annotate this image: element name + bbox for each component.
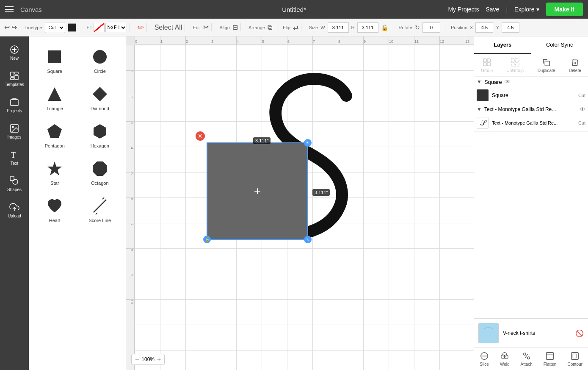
sidebar-item-shapes[interactable]: Shapes <box>2 171 27 197</box>
linetype-label: Linetype <box>25 25 42 30</box>
fill-swatch[interactable] <box>94 23 105 32</box>
shape-hexagon-label: Hexagon <box>91 143 109 148</box>
shape-hexagon[interactable]: Hexagon <box>81 118 119 152</box>
redo-button[interactable]: ↪ <box>11 23 17 31</box>
my-projects-button[interactable]: My Projects <box>448 6 479 13</box>
pen-color-button[interactable]: ✏ <box>138 23 144 32</box>
group-action[interactable]: Group <box>481 58 493 73</box>
doc-title: Untitled* <box>282 6 306 13</box>
undo-button[interactable]: ↩ <box>4 23 10 31</box>
svg-point-41 <box>527 357 530 359</box>
preview-visibility-toggle[interactable]: 🚫 <box>575 329 584 337</box>
y-input[interactable] <box>502 22 519 33</box>
rotate-input[interactable] <box>422 22 440 33</box>
layer-text-chevron: ▼ <box>477 106 482 112</box>
grid-canvas[interactable]: + ✕ ↻ 🔒 ⤡ 3.111" 3.111" <box>135 45 474 370</box>
action-weld[interactable]: Weld <box>500 351 510 367</box>
rotate-label: Rotate <box>399 25 412 30</box>
svg-rect-34 <box>482 329 495 340</box>
align-group: Align ⊟ <box>217 23 240 31</box>
scale-handle[interactable]: ⤡ <box>304 236 312 243</box>
svg-rect-33 <box>545 61 550 66</box>
zoom-out-button[interactable]: − <box>135 356 139 363</box>
shape-diamond[interactable]: Diamond <box>81 81 119 114</box>
delete-handle[interactable]: ✕ <box>196 131 205 141</box>
position-group: Position X Y <box>448 22 522 33</box>
svg-marker-21 <box>93 161 107 176</box>
tab-layers[interactable]: Layers <box>474 36 531 54</box>
duplicate-action[interactable]: Duplicate <box>538 58 555 73</box>
make-it-button[interactable]: Make It <box>546 3 583 16</box>
layer-text-visibility[interactable]: 👁 <box>580 106 585 113</box>
sidebar-item-upload[interactable]: Upload <box>2 198 27 223</box>
svg-point-15 <box>93 50 107 64</box>
sidebar-item-projects[interactable]: Projects <box>2 92 27 118</box>
svg-rect-28 <box>487 63 490 66</box>
layer-square-title[interactable]: ▼ Square 👁 <box>474 77 588 87</box>
shape-pentagon[interactable]: Pentagon <box>36 118 74 152</box>
zoom-in-button[interactable]: + <box>157 356 161 363</box>
tab-color-sync[interactable]: Color Sync <box>531 36 588 54</box>
sidebar-item-projects-label: Projects <box>7 108 22 113</box>
zoom-level: 100% <box>141 356 155 362</box>
shape-triangle[interactable]: Triangle <box>36 81 74 114</box>
sidebar-item-new[interactable]: New <box>2 40 27 65</box>
action-contour[interactable]: Contour <box>567 351 582 367</box>
fill-select[interactable]: No Fill <box>105 23 127 32</box>
svg-marker-19 <box>94 124 106 139</box>
canvas-content[interactable]: + ✕ ↻ 🔒 ⤡ 3.111" 3.111" <box>135 45 474 370</box>
svg-rect-30 <box>516 58 519 62</box>
linetype-color-swatch[interactable] <box>68 23 76 32</box>
layer-text-swatch: 𝒮 <box>477 117 489 129</box>
rotate-group: Rotate ↻ <box>396 22 443 33</box>
shape-square[interactable]: Square <box>36 43 74 77</box>
action-flatten[interactable]: Flatten <box>544 351 557 367</box>
layer-square-item[interactable]: Square Cut <box>474 87 588 104</box>
shape-star[interactable]: Star <box>36 155 74 189</box>
linetype-select[interactable]: Cut <box>45 22 65 33</box>
shape-scoreline[interactable]: Score Line <box>81 192 119 226</box>
select-all-button[interactable]: Select All <box>155 24 182 31</box>
action-slice[interactable]: Slice <box>480 351 489 367</box>
delete-action[interactable]: Delete <box>569 58 581 73</box>
shape-heart[interactable]: Heart <box>36 192 74 226</box>
main-layout: New Templates Projects Images T Text Sha… <box>0 36 588 370</box>
menu-icon[interactable] <box>5 6 14 12</box>
align-button[interactable]: ⊟ <box>232 23 238 31</box>
edit-button[interactable]: ✂ <box>203 23 209 31</box>
rotate-icon: ↻ <box>415 24 420 31</box>
svg-rect-31 <box>511 63 515 66</box>
svg-point-11 <box>13 179 18 184</box>
ungroup-action[interactable]: UnGroup <box>507 58 524 73</box>
shape-diamond-label: Diamond <box>91 106 109 111</box>
layer-square-item-name: Square <box>492 92 575 98</box>
layer-text-title[interactable]: ▼ Text - Monotype Gallia Std Re... 👁 <box>474 104 588 114</box>
canvas-area[interactable]: 0 1 2 3 4 5 6 7 8 9 10 11 12 13 14 1 <box>126 36 474 370</box>
sidebar-item-text-label: Text <box>11 161 18 166</box>
size-label: Size <box>309 25 318 30</box>
selected-square[interactable]: + ✕ ↻ 🔒 ⤡ <box>207 142 308 240</box>
action-attach[interactable]: Attach <box>521 351 533 367</box>
x-input[interactable] <box>475 22 493 33</box>
save-button[interactable]: Save <box>486 6 500 13</box>
arrange-group: Arrange ⧉ <box>246 24 275 31</box>
rotate-handle[interactable]: ↻ <box>304 139 312 147</box>
sidebar-item-templates[interactable]: Templates <box>2 66 27 92</box>
svg-rect-26 <box>487 59 490 62</box>
shape-circle[interactable]: Circle <box>81 43 119 77</box>
height-input[interactable] <box>357 22 378 33</box>
align-label: Align <box>219 25 229 30</box>
explore-button[interactable]: Explore ▾ <box>514 6 539 13</box>
layer-text-item[interactable]: 𝒮 Text - Monotype Gallia Std Re... Cut <box>474 114 588 132</box>
lock-handle[interactable]: 🔒 <box>203 236 211 243</box>
layer-square-visibility[interactable]: 👁 <box>505 78 511 85</box>
sidebar-item-images[interactable]: Images <box>2 119 27 144</box>
flip-button[interactable]: ⇄ <box>293 23 298 31</box>
width-input[interactable] <box>328 22 349 33</box>
sidebar-item-text[interactable]: T Text <box>2 145 27 170</box>
shape-octagon[interactable]: Octagon <box>81 155 119 189</box>
lock-aspect-icon[interactable]: 🔒 <box>381 24 388 31</box>
arrange-button[interactable]: ⧉ <box>268 24 272 31</box>
shape-square-label: Square <box>47 69 62 74</box>
layer-square-section: ▼ Square 👁 Square Cut <box>474 77 588 104</box>
